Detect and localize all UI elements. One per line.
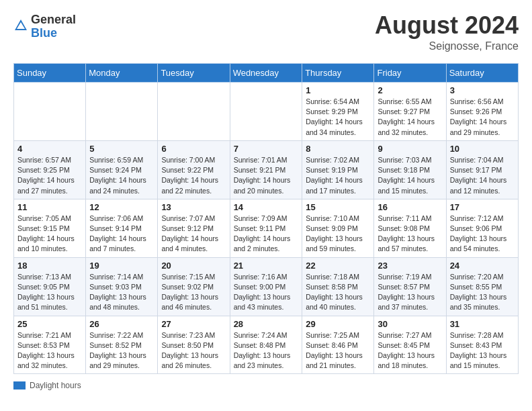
logo-icon	[13, 18, 28, 33]
calendar-cell: 25Sunrise: 7:21 AM Sunset: 8:53 PM Dayli…	[14, 316, 86, 374]
calendar-cell: 22Sunrise: 7:18 AM Sunset: 8:58 PM Dayli…	[302, 257, 374, 316]
day-info: Sunrise: 6:57 AM Sunset: 9:25 PM Dayligh…	[17, 155, 82, 196]
day-number: 1	[306, 85, 370, 95]
day-info: Sunrise: 7:12 AM Sunset: 9:06 PM Dayligh…	[450, 214, 515, 255]
day-number: 31	[450, 319, 515, 329]
calendar-cell: 23Sunrise: 7:19 AM Sunset: 8:57 PM Dayli…	[374, 257, 446, 316]
day-info: Sunrise: 7:20 AM Sunset: 8:55 PM Dayligh…	[450, 272, 515, 313]
calendar-cell	[230, 83, 302, 141]
calendar-cell: 1Sunrise: 6:54 AM Sunset: 9:29 PM Daylig…	[302, 83, 374, 141]
weekday-header-tuesday: Tuesday	[158, 64, 230, 83]
calendar-cell: 9Sunrise: 7:03 AM Sunset: 9:18 PM Daylig…	[374, 140, 446, 199]
day-number: 21	[234, 261, 299, 271]
calendar-week-row: 18Sunrise: 7:13 AM Sunset: 9:05 PM Dayli…	[14, 257, 519, 316]
day-info: Sunrise: 6:59 AM Sunset: 9:24 PM Dayligh…	[89, 155, 154, 196]
day-info: Sunrise: 7:09 AM Sunset: 9:11 PM Dayligh…	[234, 214, 299, 255]
day-info: Sunrise: 7:27 AM Sunset: 8:45 PM Dayligh…	[378, 330, 442, 371]
day-number: 30	[378, 319, 442, 329]
calendar-cell: 10Sunrise: 7:04 AM Sunset: 9:17 PM Dayli…	[446, 140, 518, 199]
day-info: Sunrise: 7:28 AM Sunset: 8:43 PM Dayligh…	[450, 330, 515, 371]
calendar-cell: 2Sunrise: 6:55 AM Sunset: 9:27 PM Daylig…	[374, 83, 446, 141]
day-number: 11	[17, 202, 82, 212]
day-number: 19	[89, 261, 154, 271]
day-info: Sunrise: 7:19 AM Sunset: 8:57 PM Dayligh…	[378, 272, 442, 313]
day-info: Sunrise: 7:16 AM Sunset: 9:00 PM Dayligh…	[234, 272, 299, 313]
weekday-header-saturday: Saturday	[446, 64, 518, 83]
calendar-cell: 12Sunrise: 7:06 AM Sunset: 9:14 PM Dayli…	[86, 199, 158, 257]
calendar-cell: 16Sunrise: 7:11 AM Sunset: 9:08 PM Dayli…	[374, 199, 446, 257]
weekday-header-thursday: Thursday	[302, 64, 374, 83]
calendar-cell: 6Sunrise: 7:00 AM Sunset: 9:22 PM Daylig…	[158, 140, 230, 199]
calendar-table: SundayMondayTuesdayWednesdayThursdayFrid…	[13, 63, 519, 374]
day-info: Sunrise: 6:55 AM Sunset: 9:27 PM Dayligh…	[378, 97, 442, 138]
day-number: 16	[378, 202, 442, 212]
day-info: Sunrise: 7:07 AM Sunset: 9:12 PM Dayligh…	[161, 214, 226, 255]
weekday-header-wednesday: Wednesday	[230, 64, 302, 83]
calendar-cell: 21Sunrise: 7:16 AM Sunset: 9:00 PM Dayli…	[230, 257, 302, 316]
page-header: General Blue August 2024 Seignosse, Fran…	[13, 13, 519, 52]
location: Seignosse, France	[375, 40, 519, 52]
calendar-cell: 27Sunrise: 7:23 AM Sunset: 8:50 PM Dayli…	[158, 316, 230, 374]
calendar-cell: 4Sunrise: 6:57 AM Sunset: 9:25 PM Daylig…	[14, 140, 86, 199]
day-info: Sunrise: 7:06 AM Sunset: 9:14 PM Dayligh…	[89, 214, 154, 255]
logo-blue: Blue	[31, 27, 76, 40]
calendar-cell: 3Sunrise: 6:56 AM Sunset: 9:26 PM Daylig…	[446, 83, 518, 141]
calendar-cell	[86, 83, 158, 141]
calendar-cell: 26Sunrise: 7:22 AM Sunset: 8:52 PM Dayli…	[86, 316, 158, 374]
day-number: 15	[306, 202, 370, 212]
day-info: Sunrise: 7:10 AM Sunset: 9:09 PM Dayligh…	[306, 214, 370, 255]
calendar-cell: 15Sunrise: 7:10 AM Sunset: 9:09 PM Dayli…	[302, 199, 374, 257]
day-info: Sunrise: 7:03 AM Sunset: 9:18 PM Dayligh…	[378, 155, 442, 196]
day-number: 14	[234, 202, 299, 212]
calendar-week-row: 1Sunrise: 6:54 AM Sunset: 9:29 PM Daylig…	[14, 83, 519, 141]
day-info: Sunrise: 7:01 AM Sunset: 9:21 PM Dayligh…	[234, 155, 299, 196]
calendar-cell: 30Sunrise: 7:27 AM Sunset: 8:45 PM Dayli…	[374, 316, 446, 374]
day-number: 25	[17, 319, 82, 329]
day-info: Sunrise: 7:18 AM Sunset: 8:58 PM Dayligh…	[306, 272, 370, 313]
calendar-cell: 29Sunrise: 7:25 AM Sunset: 8:46 PM Dayli…	[302, 316, 374, 374]
day-number: 20	[161, 261, 226, 271]
day-info: Sunrise: 7:11 AM Sunset: 9:08 PM Dayligh…	[378, 214, 442, 255]
calendar-cell: 17Sunrise: 7:12 AM Sunset: 9:06 PM Dayli…	[446, 199, 518, 257]
day-info: Sunrise: 7:13 AM Sunset: 9:05 PM Dayligh…	[17, 272, 82, 313]
calendar-cell: 8Sunrise: 7:02 AM Sunset: 9:19 PM Daylig…	[302, 140, 374, 199]
day-number: 5	[89, 144, 154, 154]
day-info: Sunrise: 7:04 AM Sunset: 9:17 PM Dayligh…	[450, 155, 515, 196]
calendar-cell: 11Sunrise: 7:05 AM Sunset: 9:15 PM Dayli…	[14, 199, 86, 257]
day-info: Sunrise: 7:02 AM Sunset: 9:19 PM Dayligh…	[306, 155, 370, 196]
calendar-cell: 13Sunrise: 7:07 AM Sunset: 9:12 PM Dayli…	[158, 199, 230, 257]
day-number: 24	[450, 261, 515, 271]
day-number: 12	[89, 202, 154, 212]
day-number: 9	[378, 144, 442, 154]
day-number: 26	[89, 319, 154, 329]
daylight-label: Daylight hours	[30, 381, 81, 390]
day-number: 29	[306, 319, 370, 329]
day-info: Sunrise: 7:05 AM Sunset: 9:15 PM Dayligh…	[17, 214, 82, 255]
day-number: 27	[161, 319, 226, 329]
day-number: 8	[306, 144, 370, 154]
day-number: 13	[161, 202, 226, 212]
calendar-cell: 28Sunrise: 7:24 AM Sunset: 8:48 PM Dayli…	[230, 316, 302, 374]
day-number: 2	[378, 85, 442, 95]
weekday-header-sunday: Sunday	[14, 64, 86, 83]
calendar-cell	[14, 83, 86, 141]
weekday-header-friday: Friday	[374, 64, 446, 83]
day-info: Sunrise: 6:56 AM Sunset: 9:26 PM Dayligh…	[450, 97, 515, 138]
day-info: Sunrise: 6:54 AM Sunset: 9:29 PM Dayligh…	[306, 97, 370, 138]
calendar-cell: 20Sunrise: 7:15 AM Sunset: 9:02 PM Dayli…	[158, 257, 230, 316]
day-info: Sunrise: 7:24 AM Sunset: 8:48 PM Dayligh…	[234, 330, 299, 371]
day-number: 22	[306, 261, 370, 271]
logo: General Blue	[13, 13, 76, 40]
day-info: Sunrise: 7:23 AM Sunset: 8:50 PM Dayligh…	[161, 330, 226, 371]
day-info: Sunrise: 7:14 AM Sunset: 9:03 PM Dayligh…	[89, 272, 154, 313]
day-number: 4	[17, 144, 82, 154]
month-year: August 2024	[375, 13, 519, 38]
logo-general: General	[31, 13, 76, 27]
calendar-cell: 19Sunrise: 7:14 AM Sunset: 9:03 PM Dayli…	[86, 257, 158, 316]
day-number: 28	[234, 319, 299, 329]
day-number: 17	[450, 202, 515, 212]
calendar-cell: 5Sunrise: 6:59 AM Sunset: 9:24 PM Daylig…	[86, 140, 158, 199]
day-number: 3	[450, 85, 515, 95]
footer: Daylight hours	[13, 381, 519, 390]
day-info: Sunrise: 7:00 AM Sunset: 9:22 PM Dayligh…	[161, 155, 226, 196]
